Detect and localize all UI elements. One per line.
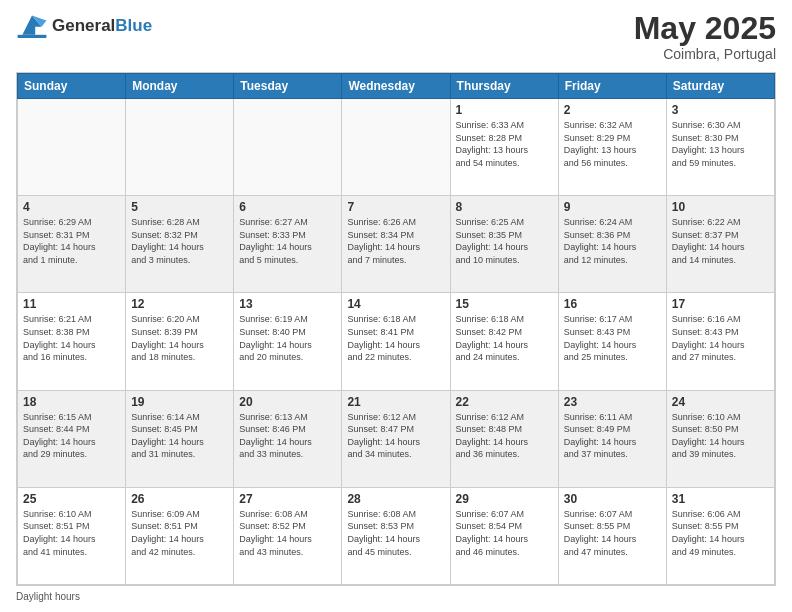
day-info: Sunrise: 6:30 AM Sunset: 8:30 PM Dayligh…	[672, 119, 769, 169]
day-cell: 15Sunrise: 6:18 AM Sunset: 8:42 PM Dayli…	[450, 293, 558, 390]
day-cell	[342, 99, 450, 196]
day-number: 11	[23, 297, 120, 311]
logo-general: General	[52, 16, 115, 35]
day-number: 9	[564, 200, 661, 214]
day-info: Sunrise: 6:20 AM Sunset: 8:39 PM Dayligh…	[131, 313, 228, 363]
day-info: Sunrise: 6:08 AM Sunset: 8:53 PM Dayligh…	[347, 508, 444, 558]
day-number: 28	[347, 492, 444, 506]
calendar-week-1: 1Sunrise: 6:33 AM Sunset: 8:28 PM Daylig…	[18, 99, 775, 196]
logo-text: GeneralBlue	[52, 17, 152, 36]
calendar-body: 1Sunrise: 6:33 AM Sunset: 8:28 PM Daylig…	[18, 99, 775, 585]
day-cell: 18Sunrise: 6:15 AM Sunset: 8:44 PM Dayli…	[18, 390, 126, 487]
col-thursday: Thursday	[450, 74, 558, 99]
day-cell: 1Sunrise: 6:33 AM Sunset: 8:28 PM Daylig…	[450, 99, 558, 196]
day-info: Sunrise: 6:25 AM Sunset: 8:35 PM Dayligh…	[456, 216, 553, 266]
day-info: Sunrise: 6:11 AM Sunset: 8:49 PM Dayligh…	[564, 411, 661, 461]
day-info: Sunrise: 6:32 AM Sunset: 8:29 PM Dayligh…	[564, 119, 661, 169]
title-block: May 2025 Coimbra, Portugal	[634, 12, 776, 62]
day-cell: 20Sunrise: 6:13 AM Sunset: 8:46 PM Dayli…	[234, 390, 342, 487]
day-number: 8	[456, 200, 553, 214]
day-cell: 19Sunrise: 6:14 AM Sunset: 8:45 PM Dayli…	[126, 390, 234, 487]
day-number: 13	[239, 297, 336, 311]
day-number: 18	[23, 395, 120, 409]
day-number: 25	[23, 492, 120, 506]
page: GeneralBlue May 2025 Coimbra, Portugal S…	[0, 0, 792, 612]
calendar-week-4: 18Sunrise: 6:15 AM Sunset: 8:44 PM Dayli…	[18, 390, 775, 487]
day-info: Sunrise: 6:27 AM Sunset: 8:33 PM Dayligh…	[239, 216, 336, 266]
day-number: 24	[672, 395, 769, 409]
calendar-week-5: 25Sunrise: 6:10 AM Sunset: 8:51 PM Dayli…	[18, 487, 775, 584]
day-info: Sunrise: 6:29 AM Sunset: 8:31 PM Dayligh…	[23, 216, 120, 266]
day-info: Sunrise: 6:21 AM Sunset: 8:38 PM Dayligh…	[23, 313, 120, 363]
day-number: 6	[239, 200, 336, 214]
logo: GeneralBlue	[16, 12, 152, 40]
day-cell: 28Sunrise: 6:08 AM Sunset: 8:53 PM Dayli…	[342, 487, 450, 584]
day-number: 22	[456, 395, 553, 409]
day-number: 30	[564, 492, 661, 506]
daylight-label: Daylight hours	[16, 591, 80, 602]
header-row: Sunday Monday Tuesday Wednesday Thursday…	[18, 74, 775, 99]
day-number: 31	[672, 492, 769, 506]
day-cell: 4Sunrise: 6:29 AM Sunset: 8:31 PM Daylig…	[18, 196, 126, 293]
day-cell	[234, 99, 342, 196]
day-cell: 21Sunrise: 6:12 AM Sunset: 8:47 PM Dayli…	[342, 390, 450, 487]
day-cell: 2Sunrise: 6:32 AM Sunset: 8:29 PM Daylig…	[558, 99, 666, 196]
day-info: Sunrise: 6:26 AM Sunset: 8:34 PM Dayligh…	[347, 216, 444, 266]
day-number: 5	[131, 200, 228, 214]
day-info: Sunrise: 6:28 AM Sunset: 8:32 PM Dayligh…	[131, 216, 228, 266]
day-cell: 14Sunrise: 6:18 AM Sunset: 8:41 PM Dayli…	[342, 293, 450, 390]
day-number: 12	[131, 297, 228, 311]
day-number: 7	[347, 200, 444, 214]
day-cell: 27Sunrise: 6:08 AM Sunset: 8:52 PM Dayli…	[234, 487, 342, 584]
day-info: Sunrise: 6:24 AM Sunset: 8:36 PM Dayligh…	[564, 216, 661, 266]
day-cell	[18, 99, 126, 196]
day-info: Sunrise: 6:07 AM Sunset: 8:55 PM Dayligh…	[564, 508, 661, 558]
day-info: Sunrise: 6:17 AM Sunset: 8:43 PM Dayligh…	[564, 313, 661, 363]
day-number: 21	[347, 395, 444, 409]
day-number: 19	[131, 395, 228, 409]
day-cell: 5Sunrise: 6:28 AM Sunset: 8:32 PM Daylig…	[126, 196, 234, 293]
day-info: Sunrise: 6:18 AM Sunset: 8:42 PM Dayligh…	[456, 313, 553, 363]
day-number: 29	[456, 492, 553, 506]
day-number: 23	[564, 395, 661, 409]
col-saturday: Saturday	[666, 74, 774, 99]
calendar: Sunday Monday Tuesday Wednesday Thursday…	[16, 72, 776, 586]
day-number: 20	[239, 395, 336, 409]
day-info: Sunrise: 6:10 AM Sunset: 8:50 PM Dayligh…	[672, 411, 769, 461]
day-number: 3	[672, 103, 769, 117]
day-info: Sunrise: 6:19 AM Sunset: 8:40 PM Dayligh…	[239, 313, 336, 363]
calendar-table: Sunday Monday Tuesday Wednesday Thursday…	[17, 73, 775, 585]
day-number: 17	[672, 297, 769, 311]
day-info: Sunrise: 6:15 AM Sunset: 8:44 PM Dayligh…	[23, 411, 120, 461]
day-cell: 10Sunrise: 6:22 AM Sunset: 8:37 PM Dayli…	[666, 196, 774, 293]
day-cell: 29Sunrise: 6:07 AM Sunset: 8:54 PM Dayli…	[450, 487, 558, 584]
day-info: Sunrise: 6:06 AM Sunset: 8:55 PM Dayligh…	[672, 508, 769, 558]
day-cell: 22Sunrise: 6:12 AM Sunset: 8:48 PM Dayli…	[450, 390, 558, 487]
day-cell: 17Sunrise: 6:16 AM Sunset: 8:43 PM Dayli…	[666, 293, 774, 390]
day-cell: 8Sunrise: 6:25 AM Sunset: 8:35 PM Daylig…	[450, 196, 558, 293]
day-cell: 23Sunrise: 6:11 AM Sunset: 8:49 PM Dayli…	[558, 390, 666, 487]
day-cell: 31Sunrise: 6:06 AM Sunset: 8:55 PM Dayli…	[666, 487, 774, 584]
day-info: Sunrise: 6:22 AM Sunset: 8:37 PM Dayligh…	[672, 216, 769, 266]
col-monday: Monday	[126, 74, 234, 99]
footer-note: Daylight hours	[16, 591, 776, 602]
day-info: Sunrise: 6:13 AM Sunset: 8:46 PM Dayligh…	[239, 411, 336, 461]
day-cell: 30Sunrise: 6:07 AM Sunset: 8:55 PM Dayli…	[558, 487, 666, 584]
day-info: Sunrise: 6:07 AM Sunset: 8:54 PM Dayligh…	[456, 508, 553, 558]
day-info: Sunrise: 6:12 AM Sunset: 8:48 PM Dayligh…	[456, 411, 553, 461]
calendar-week-3: 11Sunrise: 6:21 AM Sunset: 8:38 PM Dayli…	[18, 293, 775, 390]
day-cell: 11Sunrise: 6:21 AM Sunset: 8:38 PM Dayli…	[18, 293, 126, 390]
day-cell: 9Sunrise: 6:24 AM Sunset: 8:36 PM Daylig…	[558, 196, 666, 293]
day-number: 2	[564, 103, 661, 117]
day-number: 14	[347, 297, 444, 311]
day-cell: 6Sunrise: 6:27 AM Sunset: 8:33 PM Daylig…	[234, 196, 342, 293]
day-number: 15	[456, 297, 553, 311]
day-info: Sunrise: 6:10 AM Sunset: 8:51 PM Dayligh…	[23, 508, 120, 558]
calendar-week-2: 4Sunrise: 6:29 AM Sunset: 8:31 PM Daylig…	[18, 196, 775, 293]
day-cell: 16Sunrise: 6:17 AM Sunset: 8:43 PM Dayli…	[558, 293, 666, 390]
day-number: 16	[564, 297, 661, 311]
logo-icon	[16, 12, 48, 40]
svg-rect-2	[18, 35, 47, 38]
calendar-header: Sunday Monday Tuesday Wednesday Thursday…	[18, 74, 775, 99]
col-wednesday: Wednesday	[342, 74, 450, 99]
